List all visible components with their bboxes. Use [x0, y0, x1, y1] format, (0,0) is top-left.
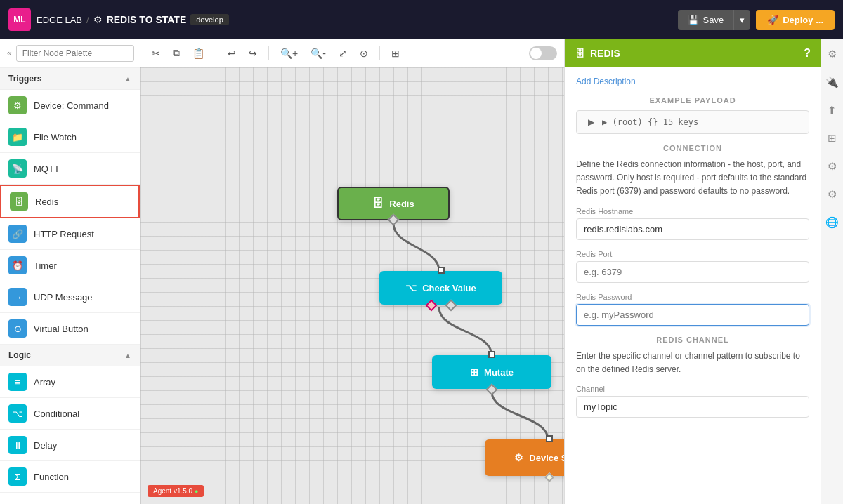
- deploy-button[interactable]: 🚀 Deploy ...: [756, 10, 835, 30]
- panel-header: 🗄 REDIS ?: [565, 39, 821, 67]
- save-label: Save: [703, 15, 724, 25]
- sidebar-item-device-command[interactable]: ⚙ Device: Command: [0, 90, 140, 121]
- logo: ML: [8, 8, 31, 31]
- sidebar-item-array[interactable]: ≡ Array: [0, 366, 140, 398]
- right-panel: 🗄 REDIS ? Add Description EXAMPLE PAYLOA…: [564, 39, 821, 504]
- sidebar-item-redis[interactable]: 🗄 Redis: [0, 185, 140, 218]
- mutate-node[interactable]: ⊞ Mutate: [432, 355, 551, 389]
- triggers-section-header[interactable]: Triggers ▲: [0, 68, 140, 90]
- sidebar-item-http-request[interactable]: 🔗 HTTP Request: [0, 218, 140, 250]
- port-input[interactable]: [576, 261, 809, 283]
- sidebar: « Triggers ▲ ⚙ Device: Command 📁 File Wa…: [0, 39, 140, 504]
- project-name: EDGE LAB: [37, 15, 82, 25]
- sidebar-item-label: MQTT: [34, 164, 60, 174]
- device-state-node-label: Device State: [529, 453, 564, 463]
- port-label: Redis Port: [576, 250, 809, 258]
- play-payload-button[interactable]: ▶: [585, 117, 596, 128]
- check-value-output-port2: [445, 300, 457, 312]
- port-field-group: Redis Port: [576, 250, 809, 283]
- device-command-icon: ⚙: [8, 96, 27, 114]
- sidebar-item-label: File Watch: [34, 132, 77, 142]
- flow-name: REDIS TO STATE: [107, 14, 187, 25]
- panel-body: Add Description EXAMPLE PAYLOAD ▶ ▶ (roo…: [565, 67, 821, 436]
- copy-button[interactable]: ⧉: [169, 44, 184, 62]
- plug-icon-button[interactable]: 🔌: [823, 73, 842, 91]
- deploy-icon: 🚀: [767, 15, 778, 25]
- env-badge: develop: [190, 14, 229, 25]
- http-request-icon: 🔗: [8, 225, 27, 243]
- save-button[interactable]: 💾 Save: [678, 10, 734, 30]
- redis-node[interactable]: 🗄 Redis: [337, 187, 450, 220]
- add-node-button[interactable]: ⊞: [387, 45, 404, 62]
- sidebar-item-label: Conditional: [34, 409, 79, 419]
- delay-icon: ⏸: [8, 436, 27, 454]
- channel-input[interactable]: [576, 396, 809, 418]
- gear-icon: ⚙: [93, 14, 103, 25]
- tag-icon-button[interactable]: ⚙: [825, 157, 839, 175]
- view-toggle[interactable]: [529, 46, 557, 60]
- connection-section-label: CONNECTION: [576, 144, 809, 152]
- sidebar-item-mqtt[interactable]: 📡 MQTT: [0, 153, 140, 185]
- canvas-inner: 🗄 Redis ⌥ Check Value ⊞ Mutate: [140, 67, 564, 504]
- sidebar-item-virtual-button[interactable]: ⊙ Virtual Button: [0, 313, 140, 345]
- device-state-output-port: [544, 472, 554, 482]
- sidebar-item-label: Timer: [34, 260, 57, 271]
- search-input[interactable]: [16, 45, 134, 62]
- collapse-sidebar-button[interactable]: «: [6, 47, 13, 60]
- toggle-wrap: [529, 46, 557, 60]
- add-description-link[interactable]: Add Description: [576, 77, 636, 86]
- save-dropdown-button[interactable]: ▾: [733, 10, 750, 30]
- fit-button[interactable]: ⤢: [334, 45, 351, 62]
- sidebar-item-conditional[interactable]: ⌥ Conditional: [0, 398, 140, 430]
- globe-icon-button[interactable]: 🌐: [823, 213, 842, 232]
- zoom-out-button[interactable]: 🔍-: [306, 45, 330, 62]
- conditional-icon: ⌥: [8, 404, 27, 423]
- zoom-reset-button[interactable]: ⊙: [355, 45, 372, 62]
- deploy-label: Deploy ...: [783, 15, 823, 25]
- password-input[interactable]: [576, 304, 809, 326]
- agent-badge: Agent v1.5.0 ●: [148, 485, 204, 497]
- save-group: 💾 Save ▾: [678, 10, 751, 30]
- chevron-up-icon: ▲: [124, 75, 131, 83]
- settings-icon-button[interactable]: ⚙: [825, 45, 839, 63]
- check-value-node-icon: ⌥: [405, 282, 417, 293]
- redo-button[interactable]: ↪: [244, 45, 261, 62]
- undo-button[interactable]: ↩: [223, 45, 240, 62]
- connection-description: Define the Redis connection information …: [576, 158, 809, 199]
- upload-icon-button[interactable]: ⬆: [825, 101, 839, 119]
- sidebar-item-udp-message[interactable]: → UDP Message: [0, 281, 140, 313]
- udp-message-icon: →: [8, 288, 27, 306]
- channel-description: Enter the specific channel or channel pa…: [576, 350, 809, 376]
- check-value-input-port: [438, 267, 445, 274]
- mutate-output-port: [486, 384, 498, 396]
- hostname-input[interactable]: [576, 218, 809, 240]
- sidebar-item-label: Function: [34, 472, 69, 482]
- cut-button[interactable]: ✂: [148, 45, 164, 62]
- gear-small-icon-button[interactable]: ⚙: [825, 185, 839, 204]
- logic-section-header[interactable]: Logic ▲: [0, 345, 140, 366]
- sidebar-item-timer[interactable]: ⏰ Timer: [0, 250, 140, 281]
- panel-header-icon: 🗄: [575, 48, 584, 59]
- logic-label: Logic: [8, 350, 31, 360]
- layers-icon-button[interactable]: ⊞: [825, 129, 839, 147]
- topbar-right: 💾 Save ▾ 🚀 Deploy ...: [678, 10, 835, 30]
- zoom-in-button[interactable]: 🔍+: [276, 45, 302, 62]
- device-state-node[interactable]: ⚙ Device State: [485, 439, 564, 476]
- function-icon: Σ: [8, 467, 27, 486]
- sidebar-item-delay[interactable]: ⏸ Delay: [0, 430, 140, 461]
- sidebar-item-file-watch[interactable]: 📁 File Watch: [0, 121, 140, 153]
- example-payload-section-label: EXAMPLE PAYLOAD: [576, 96, 809, 105]
- help-icon[interactable]: ?: [804, 47, 811, 59]
- canvas[interactable]: ✂ ⧉ 📋 ↩ ↪ 🔍+ 🔍- ⤢ ⊙ ⊞: [140, 39, 564, 504]
- check-value-output-port1: [425, 300, 437, 312]
- sidebar-item-function[interactable]: Σ Function: [0, 461, 140, 493]
- example-payload-box: ▶ ▶ (root) {} 15 keys: [576, 110, 809, 134]
- save-icon: 💾: [688, 15, 699, 25]
- check-value-node[interactable]: ⌥ Check Value: [379, 271, 502, 305]
- channel-label: Channel: [576, 385, 809, 393]
- breadcrumb: EDGE LAB / ⚙ REDIS TO STATE develop: [37, 14, 229, 25]
- paste-button[interactable]: 📋: [188, 45, 209, 62]
- canvas-toolbar: ✂ ⧉ 📋 ↩ ↪ 🔍+ 🔍- ⤢ ⊙ ⊞: [140, 39, 564, 67]
- virtual-button-icon: ⊙: [8, 319, 27, 338]
- chevron-up-icon: ▲: [124, 352, 131, 359]
